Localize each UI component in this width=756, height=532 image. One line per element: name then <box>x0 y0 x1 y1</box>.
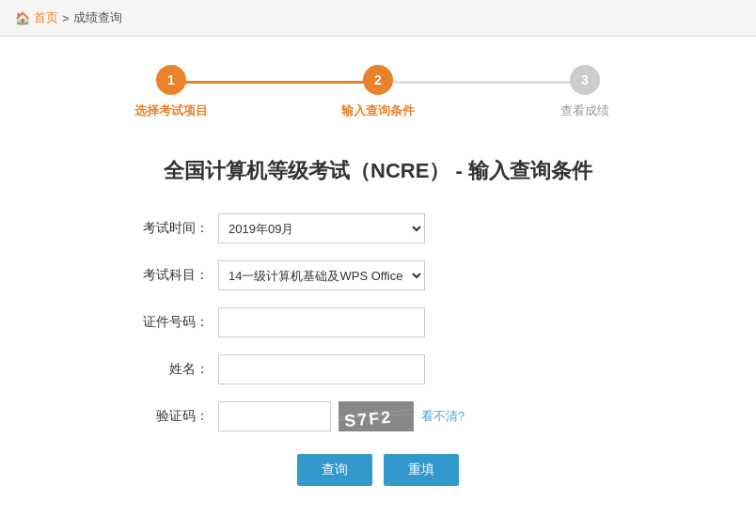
step-label-3: 查看成绩 <box>560 102 609 119</box>
id-row: 证件号码： <box>134 307 622 337</box>
id-input[interactable] <box>218 307 425 337</box>
page-title: 全国计算机等级考试（NCRE） - 输入查询条件 <box>56 157 700 185</box>
name-row: 姓名： <box>134 354 622 384</box>
exam-subject-label: 考试科目： <box>134 267 209 284</box>
query-button[interactable]: 查询 <box>297 454 372 486</box>
stepper-item-3: 3 查看成绩 <box>528 65 641 119</box>
reset-button[interactable]: 重填 <box>384 454 459 486</box>
stepper-item-2: 2 输入查询条件 <box>322 65 434 119</box>
stepper-items: 1 选择考试项目 2 输入查询条件 3 查看成绩 <box>115 65 641 119</box>
captcha-label: 验证码： <box>134 408 209 425</box>
name-field <box>218 354 622 384</box>
step-circle-1: 1 <box>156 65 186 95</box>
id-label: 证件号码： <box>134 314 209 331</box>
exam-time-select[interactable]: 2019年09月 2019年03月 2018年09月 2018年03月 <box>218 213 425 243</box>
captcha-field: S7F2 看不清? <box>218 401 622 431</box>
name-label: 姓名： <box>134 361 209 378</box>
captcha-input[interactable] <box>218 401 331 431</box>
captcha-row: 验证码： S7F2 看不清? <box>134 401 622 431</box>
exam-time-row: 考试时间： 2019年09月 2019年03月 2018年09月 2018年03… <box>134 213 622 243</box>
breadcrumb-current: 成绩查询 <box>73 9 122 26</box>
main-content: 全国计算机等级考试（NCRE） - 输入查询条件 考试时间： 2019年09月 … <box>0 138 756 524</box>
exam-subject-select[interactable]: 14一级计算机基础及WPS Office应用 15一级MS Office高级应用 <box>218 260 425 290</box>
home-link[interactable]: 首页 <box>34 9 58 26</box>
captcha-controls: S7F2 看不清? <box>218 401 622 431</box>
exam-time-field: 2019年09月 2019年03月 2018年09月 2018年03月 <box>218 213 622 243</box>
breadcrumb-separator: > <box>62 11 70 25</box>
captcha-svg: S7F2 <box>339 401 414 431</box>
form-container: 考试时间： 2019年09月 2019年03月 2018年09月 2018年03… <box>134 213 622 486</box>
captcha-refresh-link[interactable]: 看不清? <box>421 408 465 425</box>
button-row: 查询 重填 <box>134 454 622 486</box>
captcha-image[interactable]: S7F2 <box>339 401 414 431</box>
id-field <box>218 307 622 337</box>
step-label-2: 输入查询条件 <box>341 102 415 119</box>
step-label-1: 选择考试项目 <box>134 102 208 119</box>
step-circle-2: 2 <box>363 65 393 95</box>
stepper: 1 选择考试项目 2 输入查询条件 3 查看成绩 <box>0 37 756 138</box>
home-icon: 🏠 <box>15 11 30 25</box>
stepper-item-1: 1 选择考试项目 <box>115 65 228 119</box>
step-circle-3: 3 <box>570 65 600 95</box>
breadcrumb: 🏠 首页 > 成绩查询 <box>0 0 756 37</box>
exam-time-label: 考试时间： <box>134 220 209 237</box>
exam-subject-row: 考试科目： 14一级计算机基础及WPS Office应用 15一级MS Offi… <box>134 260 622 290</box>
exam-subject-field: 14一级计算机基础及WPS Office应用 15一级MS Office高级应用 <box>218 260 622 290</box>
name-input[interactable] <box>218 354 425 384</box>
